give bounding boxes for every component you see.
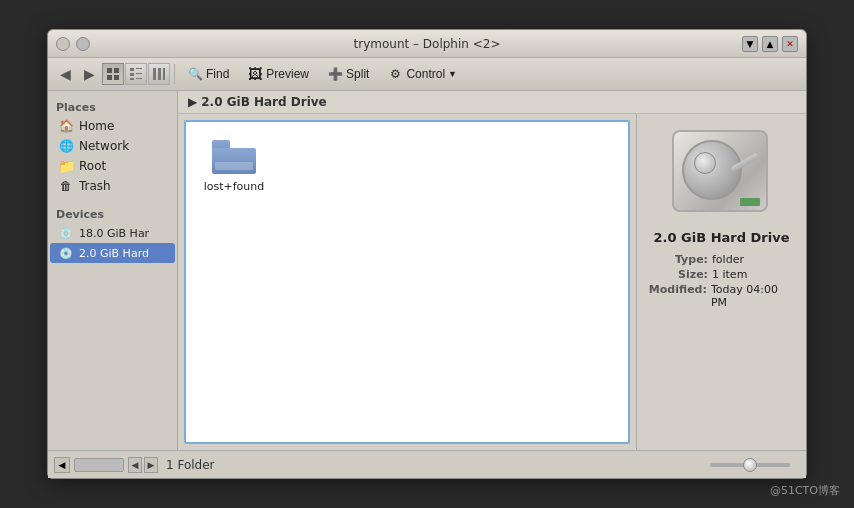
type-value: folder — [712, 253, 744, 266]
titlebar-right-controls: ▼ ▲ ✕ — [742, 36, 798, 52]
next-btn[interactable]: ▶ — [144, 457, 158, 473]
info-modified-row: Modified: Today 04:00 PM — [647, 283, 796, 309]
find-icon: 🔍 — [187, 66, 203, 82]
info-size-row: Size: 1 item — [647, 268, 796, 281]
icon-view-button[interactable] — [102, 63, 124, 85]
sidebar-hdd18-label: 18.0 GiB Har — [79, 227, 149, 240]
window-icon-btn — [56, 37, 70, 51]
breadcrumb: ▶ 2.0 GiB Hard Drive — [178, 91, 806, 114]
root-icon: 📁 — [58, 158, 74, 174]
preview-icon: 🖼 — [247, 66, 263, 82]
sidebar-item-hdd18[interactable]: 💿 18.0 GiB Har — [50, 223, 175, 243]
statusbar: ◀ ◀ ▶ 1 Folder — [48, 450, 806, 478]
devices-section-label: Devices — [48, 204, 177, 223]
sidebar-item-home-label: Home — [79, 119, 114, 133]
sidebar-item-network[interactable]: 🌐 Network — [50, 136, 175, 156]
svg-rect-5 — [136, 68, 142, 69]
modified-key: Modified: — [647, 283, 711, 309]
svg-rect-11 — [158, 68, 161, 80]
sidebar-item-root-label: Root — [79, 159, 106, 173]
sidebar-item-trash-label: Trash — [79, 179, 111, 193]
info-table: Type: folder Size: 1 item Modified: Toda… — [647, 253, 796, 311]
file-area[interactable]: lost+found — [184, 120, 630, 444]
close-window-btn[interactable]: ✕ — [782, 36, 798, 52]
statusbar-text: 1 Folder — [166, 458, 215, 472]
control-icon: ⚙ — [387, 66, 403, 82]
view-buttons — [102, 63, 170, 85]
sidebar-item-home[interactable]: 🏠 Home — [50, 116, 175, 136]
svg-rect-2 — [107, 75, 112, 80]
find-label: Find — [206, 67, 229, 81]
control-label: Control — [406, 67, 445, 81]
split-icon: ➕ — [327, 66, 343, 82]
svg-rect-10 — [153, 68, 156, 80]
trash-icon: 🗑 — [58, 178, 74, 194]
sidebar-item-trash[interactable]: 🗑 Trash — [50, 176, 175, 196]
sidebar-item-network-label: Network — [79, 139, 129, 153]
control-dropdown-arrow: ▼ — [448, 69, 457, 79]
window-title: trymount – Dolphin <2> — [354, 37, 501, 51]
find-button[interactable]: 🔍 Find — [179, 62, 237, 86]
minimize-btn[interactable] — [76, 37, 90, 51]
back-button[interactable]: ◀ — [54, 63, 76, 85]
places-section-label: Places — [48, 97, 177, 116]
breadcrumb-path[interactable]: 2.0 GiB Hard Drive — [201, 95, 327, 109]
slider-thumb[interactable] — [743, 458, 757, 472]
sidebar: Places 🏠 Home 🌐 Network 📁 Root 🗑 Trash — [48, 91, 178, 450]
scroll-left-btn[interactable]: ◀ — [54, 457, 70, 473]
svg-rect-9 — [136, 78, 142, 79]
detail-view-icon — [130, 68, 142, 80]
toolbar-separator-1 — [174, 64, 175, 84]
svg-rect-4 — [130, 68, 134, 71]
titlebar: trymount – Dolphin <2> ▼ ▲ ✕ — [48, 30, 806, 58]
zoom-slider[interactable] — [710, 463, 790, 467]
sidebar-item-hdd2[interactable]: 💿 2.0 GiB Hard — [50, 243, 175, 263]
home-icon: 🏠 — [58, 118, 74, 134]
svg-rect-6 — [130, 73, 134, 76]
split-button[interactable]: ➕ Split — [319, 62, 377, 86]
main-area: Places 🏠 Home 🌐 Network 📁 Root 🗑 Trash — [48, 91, 806, 450]
minimize-window-btn[interactable]: ▼ — [742, 36, 758, 52]
split-label: Split — [346, 67, 369, 81]
sidebar-item-root[interactable]: 📁 Root — [50, 156, 175, 176]
detail-view-button[interactable] — [125, 63, 147, 85]
statusbar-nav: ◀ ▶ — [128, 457, 158, 473]
svg-rect-1 — [114, 68, 119, 73]
breadcrumb-arrow: ▶ — [188, 95, 197, 109]
modified-value: Today 04:00 PM — [711, 283, 796, 309]
info-drive-name: 2.0 GiB Hard Drive — [654, 230, 790, 245]
toolbar: ◀ ▶ 🔍 Find 🖼 Preview — [48, 58, 806, 91]
drive-icon-1: 💿 — [58, 225, 74, 241]
svg-rect-0 — [107, 68, 112, 73]
column-view-button[interactable] — [148, 63, 170, 85]
hdd-graphic — [672, 130, 772, 220]
scroll-thumb[interactable] — [74, 458, 124, 472]
forward-button[interactable]: ▶ — [78, 63, 100, 85]
info-type-row: Type: folder — [647, 253, 796, 266]
control-button[interactable]: ⚙ Control ▼ — [379, 62, 465, 86]
size-value: 1 item — [712, 268, 747, 281]
network-icon: 🌐 — [58, 138, 74, 154]
file-info-row: lost+found — [178, 114, 806, 450]
content-column: ▶ 2.0 GiB Hard Drive — [178, 91, 806, 450]
preview-label: Preview — [266, 67, 309, 81]
file-column: lost+found — [178, 114, 636, 450]
preview-button[interactable]: 🖼 Preview — [239, 62, 317, 86]
svg-rect-3 — [114, 75, 119, 80]
drive-icon-2: 💿 — [58, 245, 74, 261]
file-item-lost-found[interactable]: lost+found — [194, 130, 274, 199]
column-view-icon — [153, 68, 165, 80]
icon-view-icon — [107, 68, 119, 80]
svg-rect-12 — [163, 68, 165, 80]
svg-rect-8 — [130, 78, 134, 80]
size-key: Size: — [647, 268, 712, 281]
svg-rect-7 — [136, 73, 142, 74]
sidebar-hdd2-label: 2.0 GiB Hard — [79, 247, 149, 260]
file-label-lost-found: lost+found — [204, 180, 265, 193]
type-key: Type: — [647, 253, 712, 266]
info-panel: 2.0 GiB Hard Drive Type: folder Size: 1 … — [636, 114, 806, 450]
titlebar-buttons — [56, 37, 90, 51]
prev-btn[interactable]: ◀ — [128, 457, 142, 473]
folder-icon-lost-found — [210, 136, 258, 176]
maximize-window-btn[interactable]: ▲ — [762, 36, 778, 52]
